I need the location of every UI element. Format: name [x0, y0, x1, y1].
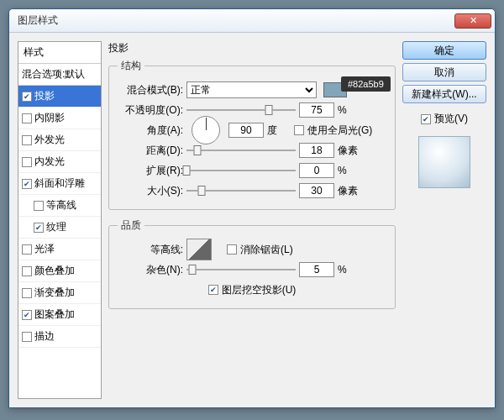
global-light-checkbox[interactable] [294, 125, 304, 135]
new-style-button[interactable]: 新建样式(W)... [402, 85, 486, 103]
preview-checkbox[interactable]: ✔ [421, 114, 431, 124]
style-item-图案叠加[interactable]: ✔图案叠加 [18, 304, 101, 326]
style-checkbox[interactable]: ✔ [22, 92, 32, 102]
style-item-内发光[interactable]: 内发光 [18, 151, 101, 173]
knockout-label: 图层挖空投影(U) [222, 283, 297, 297]
style-item-颜色叠加[interactable]: 颜色叠加 [18, 260, 101, 282]
size-input[interactable]: 30 [299, 183, 334, 198]
blendmode-select[interactable]: 正常 [186, 81, 317, 98]
blendmode-label: 混合模式(B): [118, 83, 183, 97]
style-checkbox[interactable] [22, 113, 32, 123]
style-item-label: 内阴影 [34, 111, 65, 125]
close-button[interactable]: ✕ [454, 13, 491, 29]
style-list-header: 样式 [18, 42, 101, 64]
style-item-斜面和浮雕[interactable]: ✔斜面和浮雕 [18, 173, 101, 195]
style-checkbox[interactable] [22, 244, 32, 255]
style-checkbox[interactable] [22, 266, 32, 276]
noise-input[interactable]: 5 [299, 262, 334, 277]
contour-label: 等高线: [118, 243, 183, 257]
quality-group: 品质 等高线: 消除锯齿(L) 杂色(N): 5 % ✔ 图层挖空投影(U) [108, 218, 396, 309]
style-list: 样式 混合选项:默认 ✔投影内阴影外发光内发光✔斜面和浮雕等高线✔纹理光泽颜色叠… [18, 41, 102, 399]
angle-input[interactable]: 90 [228, 123, 264, 138]
spread-input[interactable]: 0 [299, 163, 334, 178]
preview-label: 预览(V) [434, 112, 468, 126]
angle-dial[interactable] [192, 116, 220, 144]
style-checkbox[interactable] [22, 157, 32, 167]
style-item-内阴影[interactable]: 内阴影 [18, 108, 101, 129]
style-item-label: 投影 [34, 89, 55, 103]
style-item-描边[interactable]: 描边 [18, 326, 101, 348]
titlebar[interactable]: 图层样式 ✕ [9, 9, 495, 33]
opacity-input[interactable]: 75 [299, 102, 334, 118]
style-item-label: 等高线 [46, 198, 76, 213]
distance-input[interactable]: 18 [299, 143, 334, 158]
style-item-label: 光泽 [34, 242, 55, 256]
style-item-label: 颜色叠加 [34, 264, 75, 278]
style-item-label: 外发光 [34, 133, 65, 147]
style-item-label: 纹理 [46, 220, 66, 234]
style-checkbox[interactable] [22, 135, 32, 145]
layer-style-dialog: 图层样式 ✕ 样式 混合选项:默认 ✔投影内阴影外发光内发光✔斜面和浮雕等高线✔… [8, 8, 496, 408]
style-checkbox[interactable]: ✔ [34, 223, 44, 233]
panel-title: 投影 [108, 41, 396, 55]
style-item-外发光[interactable]: 外发光 [18, 129, 101, 151]
style-checkbox[interactable] [22, 332, 32, 342]
style-checkbox[interactable]: ✔ [22, 179, 32, 189]
size-label: 大小(S): [118, 184, 183, 198]
distance-label: 距离(D): [118, 144, 183, 158]
spread-slider[interactable] [186, 163, 296, 178]
spread-label: 扩展(R): [118, 164, 183, 178]
style-item-label: 内发光 [34, 155, 65, 169]
antialias-label: 消除锯齿(L) [240, 243, 293, 257]
style-item-渐变叠加[interactable]: 渐变叠加 [18, 282, 101, 304]
quality-legend: 品质 [118, 218, 144, 233]
window-title: 图层样式 [18, 13, 454, 28]
style-checkbox[interactable]: ✔ [22, 310, 32, 320]
size-slider[interactable] [186, 183, 296, 198]
style-item-投影[interactable]: ✔投影 [18, 86, 101, 108]
style-item-label: 图案叠加 [34, 307, 75, 322]
noise-slider[interactable] [186, 262, 296, 277]
style-item-label: 描边 [34, 329, 55, 344]
options-panel: 投影 结构 混合模式(B): 正常 不透明度(O): 75 % 角度(A): [108, 41, 396, 399]
ok-button[interactable]: 确定 [402, 41, 486, 60]
opacity-label: 不透明度(O): [118, 103, 183, 118]
cancel-button[interactable]: 取消 [402, 63, 486, 81]
style-item-等高线[interactable]: 等高线 [18, 195, 101, 217]
knockout-checkbox[interactable]: ✔ [208, 285, 218, 295]
color-tooltip: #82a5b9 [341, 76, 391, 92]
distance-slider[interactable] [186, 143, 296, 158]
style-item-label: 斜面和浮雕 [34, 176, 85, 191]
right-panel: 确定 取消 新建样式(W)... ✔ 预览(V) #82a5b9 [402, 41, 486, 399]
noise-label: 杂色(N): [118, 263, 183, 277]
style-item-label: 渐变叠加 [34, 286, 75, 300]
antialias-checkbox[interactable] [227, 244, 237, 255]
style-item-光泽[interactable]: 光泽 [18, 239, 101, 260]
blend-options[interactable]: 混合选项:默认 [18, 64, 101, 86]
preview-thumbnail [418, 136, 470, 188]
angle-label: 角度(A): [118, 123, 183, 138]
style-checkbox[interactable] [22, 288, 32, 298]
structure-legend: 结构 [118, 59, 144, 73]
global-light-label: 使用全局光(G) [307, 123, 372, 138]
contour-picker[interactable] [186, 239, 212, 260]
style-checkbox[interactable] [34, 201, 44, 211]
style-item-纹理[interactable]: ✔纹理 [18, 217, 101, 239]
